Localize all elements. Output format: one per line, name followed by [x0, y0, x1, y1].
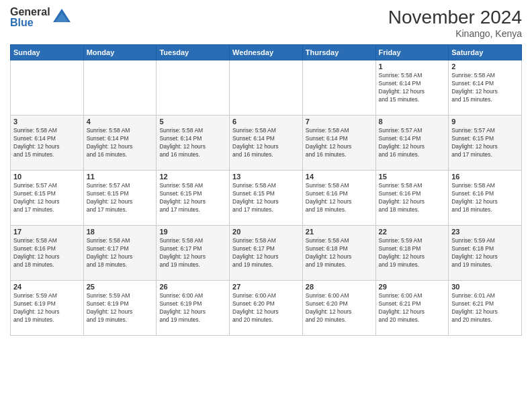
day-info: Sunrise: 6:00 AM Sunset: 6:19 PM Dayligh… — [159, 292, 226, 324]
day-number: 30 — [451, 283, 519, 291]
day-number: 4 — [87, 118, 154, 126]
table-row: 4Sunrise: 5:58 AM Sunset: 6:14 PM Daylig… — [83, 116, 157, 171]
day-info: Sunrise: 5:58 AM Sunset: 6:15 PM Dayligh… — [159, 182, 226, 214]
page: General Blue November 2024 Kinango, Keny… — [0, 0, 532, 411]
col-friday: Friday — [375, 45, 449, 60]
table-row — [83, 60, 157, 116]
day-number: 18 — [87, 228, 154, 236]
calendar-week-row: 1Sunrise: 5:58 AM Sunset: 6:14 PM Daylig… — [11, 60, 522, 116]
table-row: 26Sunrise: 6:00 AM Sunset: 6:19 PM Dayli… — [157, 281, 230, 336]
day-info: Sunrise: 5:58 AM Sunset: 6:14 PM Dayligh… — [451, 72, 519, 104]
header: General Blue November 2024 Kinango, Keny… — [10, 7, 522, 39]
day-info: Sunrise: 5:59 AM Sunset: 6:19 PM Dayligh… — [13, 292, 81, 324]
day-number: 7 — [306, 118, 373, 126]
day-number: 5 — [159, 118, 226, 126]
day-info: Sunrise: 5:58 AM Sunset: 6:14 PM Dayligh… — [159, 127, 226, 159]
day-number: 24 — [13, 283, 81, 291]
table-row: 22Sunrise: 5:59 AM Sunset: 6:18 PM Dayli… — [375, 226, 449, 281]
calendar-week-row: 3Sunrise: 5:58 AM Sunset: 6:14 PM Daylig… — [11, 116, 522, 171]
day-number: 22 — [379, 228, 446, 236]
month-title: November 2024 — [388, 7, 522, 28]
day-number: 3 — [13, 118, 81, 126]
day-number: 28 — [306, 283, 373, 291]
day-info: Sunrise: 5:58 AM Sunset: 6:16 PM Dayligh… — [306, 182, 373, 214]
table-row: 18Sunrise: 5:58 AM Sunset: 6:17 PM Dayli… — [83, 226, 157, 281]
table-row: 11Sunrise: 5:57 AM Sunset: 6:15 PM Dayli… — [83, 171, 157, 226]
table-row: 8Sunrise: 5:57 AM Sunset: 6:14 PM Daylig… — [375, 116, 449, 171]
day-number: 26 — [159, 283, 226, 291]
table-row: 23Sunrise: 5:59 AM Sunset: 6:18 PM Dayli… — [449, 226, 522, 281]
day-number: 17 — [13, 228, 81, 236]
day-number: 23 — [451, 228, 519, 236]
day-number: 20 — [232, 228, 300, 236]
col-monday: Monday — [83, 45, 157, 60]
day-number: 1 — [379, 62, 446, 71]
location: Kinango, Kenya — [388, 28, 522, 39]
table-row: 28Sunrise: 6:00 AM Sunset: 6:20 PM Dayli… — [302, 281, 375, 336]
day-info: Sunrise: 6:01 AM Sunset: 6:21 PM Dayligh… — [451, 292, 519, 324]
day-info: Sunrise: 5:58 AM Sunset: 6:16 PM Dayligh… — [13, 237, 81, 269]
day-info: Sunrise: 5:58 AM Sunset: 6:14 PM Dayligh… — [13, 127, 81, 159]
day-info: Sunrise: 5:58 AM Sunset: 6:18 PM Dayligh… — [306, 237, 373, 269]
calendar-week-row: 24Sunrise: 5:59 AM Sunset: 6:19 PM Dayli… — [11, 281, 522, 336]
table-row: 3Sunrise: 5:58 AM Sunset: 6:14 PM Daylig… — [11, 116, 84, 171]
calendar-header-row: Sunday Monday Tuesday Wednesday Thursday… — [11, 45, 522, 60]
day-info: Sunrise: 5:58 AM Sunset: 6:14 PM Dayligh… — [306, 127, 373, 159]
day-info: Sunrise: 6:00 AM Sunset: 6:21 PM Dayligh… — [379, 292, 446, 324]
day-number: 6 — [232, 118, 300, 126]
calendar-week-row: 17Sunrise: 5:58 AM Sunset: 6:16 PM Dayli… — [11, 226, 522, 281]
table-row: 9Sunrise: 5:57 AM Sunset: 6:15 PM Daylig… — [449, 116, 522, 171]
day-number: 15 — [379, 173, 446, 181]
day-info: Sunrise: 5:58 AM Sunset: 6:17 PM Dayligh… — [87, 237, 154, 269]
col-saturday: Saturday — [449, 45, 522, 60]
table-row: 13Sunrise: 5:58 AM Sunset: 6:15 PM Dayli… — [230, 171, 303, 226]
day-info: Sunrise: 5:57 AM Sunset: 6:15 PM Dayligh… — [87, 182, 154, 214]
day-info: Sunrise: 5:57 AM Sunset: 6:15 PM Dayligh… — [13, 182, 81, 214]
col-sunday: Sunday — [11, 45, 84, 60]
day-number: 29 — [379, 283, 446, 291]
table-row — [230, 60, 303, 116]
day-number: 21 — [306, 228, 373, 236]
day-number: 14 — [306, 173, 373, 181]
day-number: 11 — [87, 173, 154, 181]
day-info: Sunrise: 5:59 AM Sunset: 6:18 PM Dayligh… — [451, 237, 519, 269]
day-number: 12 — [159, 173, 226, 181]
day-info: Sunrise: 5:59 AM Sunset: 6:19 PM Dayligh… — [87, 292, 154, 324]
day-info: Sunrise: 5:58 AM Sunset: 6:16 PM Dayligh… — [451, 182, 519, 214]
calendar: Sunday Monday Tuesday Wednesday Thursday… — [10, 44, 522, 336]
day-info: Sunrise: 5:57 AM Sunset: 6:14 PM Dayligh… — [379, 127, 446, 159]
logo-general-text: General — [10, 7, 50, 17]
table-row: 30Sunrise: 6:01 AM Sunset: 6:21 PM Dayli… — [449, 281, 522, 336]
day-number: 27 — [232, 283, 300, 291]
day-info: Sunrise: 6:00 AM Sunset: 6:20 PM Dayligh… — [232, 292, 300, 324]
day-number: 10 — [13, 173, 81, 181]
table-row — [302, 60, 375, 116]
day-number: 19 — [159, 228, 226, 236]
col-thursday: Thursday — [302, 45, 375, 60]
day-number: 25 — [87, 283, 154, 291]
calendar-week-row: 10Sunrise: 5:57 AM Sunset: 6:15 PM Dayli… — [11, 171, 522, 226]
table-row — [157, 60, 230, 116]
table-row: 15Sunrise: 5:58 AM Sunset: 6:16 PM Dayli… — [375, 171, 449, 226]
table-row: 27Sunrise: 6:00 AM Sunset: 6:20 PM Dayli… — [230, 281, 303, 336]
logo-blue-text: Blue — [10, 17, 50, 28]
table-row: 1Sunrise: 5:58 AM Sunset: 6:14 PM Daylig… — [375, 60, 449, 116]
table-row: 29Sunrise: 6:00 AM Sunset: 6:21 PM Dayli… — [375, 281, 449, 336]
table-row: 14Sunrise: 5:58 AM Sunset: 6:16 PM Dayli… — [302, 171, 375, 226]
day-info: Sunrise: 5:59 AM Sunset: 6:18 PM Dayligh… — [379, 237, 446, 269]
day-info: Sunrise: 5:58 AM Sunset: 6:14 PM Dayligh… — [87, 127, 154, 159]
table-row: 24Sunrise: 5:59 AM Sunset: 6:19 PM Dayli… — [11, 281, 84, 336]
title-section: November 2024 Kinango, Kenya — [388, 7, 522, 39]
day-info: Sunrise: 5:58 AM Sunset: 6:15 PM Dayligh… — [232, 182, 300, 214]
logo: General Blue — [10, 7, 72, 28]
table-row: 25Sunrise: 5:59 AM Sunset: 6:19 PM Dayli… — [83, 281, 157, 336]
table-row: 6Sunrise: 5:58 AM Sunset: 6:14 PM Daylig… — [230, 116, 303, 171]
table-row: 19Sunrise: 5:58 AM Sunset: 6:17 PM Dayli… — [157, 226, 230, 281]
day-info: Sunrise: 5:58 AM Sunset: 6:14 PM Dayligh… — [232, 127, 300, 159]
day-number: 13 — [232, 173, 300, 181]
col-wednesday: Wednesday — [230, 45, 303, 60]
day-number: 9 — [451, 118, 519, 126]
table-row: 5Sunrise: 5:58 AM Sunset: 6:14 PM Daylig… — [157, 116, 230, 171]
day-number: 8 — [379, 118, 446, 126]
day-info: Sunrise: 6:00 AM Sunset: 6:20 PM Dayligh… — [306, 292, 373, 324]
